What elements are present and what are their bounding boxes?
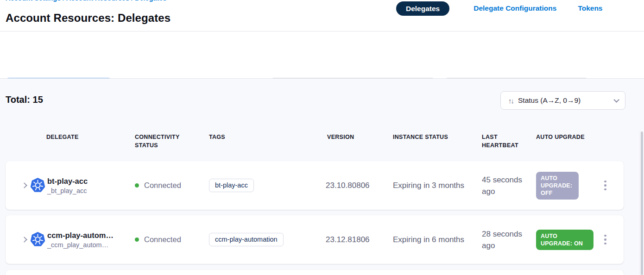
kubernetes-icon xyxy=(30,215,46,264)
delegate-name: ccm-play-autom… xyxy=(47,230,114,240)
scrollbar-thumb[interactable] xyxy=(641,131,643,275)
version-cell: 23.12.81806 xyxy=(326,215,370,264)
kebab-menu-button[interactable] xyxy=(601,232,609,248)
tab-delegates[interactable]: Delegates xyxy=(396,1,449,16)
tag-chip[interactable]: ccm-play-automation xyxy=(209,233,284,246)
delegate-name-cell[interactable]: ccm-play-autom… _ccm_play_autom… xyxy=(47,215,114,264)
table-row[interactable]: bt-play-acc _bt_play_acc Connected bt-pl… xyxy=(6,161,624,210)
chevron-right-icon xyxy=(21,182,27,188)
chevron-down-icon xyxy=(613,97,619,103)
kubernetes-icon xyxy=(30,161,46,210)
tab-delegate-configurations[interactable]: Delegate Configurations xyxy=(474,4,556,12)
delegate-name: bt-play-acc xyxy=(47,176,88,186)
column-header-instance-status: INSTANCE STATUS xyxy=(393,133,448,141)
row-menu-cell xyxy=(601,215,609,264)
table-row[interactable]: ccm-play-autom… _ccm_play_autom… Connect… xyxy=(6,215,624,264)
connectivity-status: Connected xyxy=(144,235,181,244)
last-heartbeat-cell: 28 seconds ago xyxy=(482,215,529,264)
last-heartbeat-value: 28 seconds ago xyxy=(482,228,529,251)
last-heartbeat-cell: 45 seconds ago xyxy=(482,161,529,210)
column-header-tags: TAGS xyxy=(209,133,225,141)
version-value: 23.10.80806 xyxy=(326,181,370,190)
tab-tokens[interactable]: Tokens xyxy=(578,4,602,12)
connected-status-dot xyxy=(135,238,139,242)
row-menu-cell xyxy=(601,161,609,210)
auto-upgrade-badge: AUTO UPGRADE: ON xyxy=(536,230,593,250)
version-cell: 23.10.80806 xyxy=(326,161,370,210)
instance-status-cell: Expiring in 6 months xyxy=(393,215,464,264)
sort-label: Status (A→Z, 0→9) xyxy=(518,96,609,105)
sort-dropdown[interactable]: ↑↓ Status (A→Z, 0→9) xyxy=(500,91,625,110)
tags-cell: ccm-play-automation xyxy=(209,215,284,264)
sort-arrows-icon: ↑↓ xyxy=(508,97,513,105)
breadcrumb[interactable]: Account Settings / Account Resources / D… xyxy=(6,0,200,2)
column-header-version: VERSION xyxy=(327,133,354,141)
column-header-connectivity-status: CONNECTIVITY STATUS xyxy=(135,133,196,150)
table-header: DELEGATE CONNECTIVITY STATUS TAGS VERSIO… xyxy=(0,133,644,151)
row-expander[interactable] xyxy=(22,161,26,210)
tags-cell: bt-play-acc xyxy=(209,161,254,210)
delegate-name-cell[interactable]: bt-play-acc _bt_play_acc xyxy=(47,161,88,210)
toolbar: + New Delegate No Filter Saved xyxy=(0,31,644,79)
page-title: Account Resources: Delegates xyxy=(6,12,170,25)
auto-upgrade-badge: AUTO UPGRADE: OFF xyxy=(536,172,579,200)
connectivity-cell: Connected xyxy=(135,215,181,264)
row-expander[interactable] xyxy=(22,215,26,264)
connected-status-dot xyxy=(135,183,139,188)
connectivity-cell: Connected xyxy=(135,161,181,210)
instance-status-value: Expiring in 3 months xyxy=(393,181,464,190)
total-count: Total: 15 xyxy=(6,94,43,105)
resource-tabs: Delegates Delegate Configurations Tokens xyxy=(396,1,603,16)
last-heartbeat-value: 45 seconds ago xyxy=(482,174,529,197)
version-value: 23.12.81806 xyxy=(326,235,370,244)
delegates-page: Account Settings / Account Resources / D… xyxy=(0,0,644,275)
delegate-identifier: _bt_play_acc xyxy=(47,186,88,195)
column-header-last-heartbeat: LAST HEARTBEAT xyxy=(482,133,533,150)
column-header-delegate: DELEGATE xyxy=(46,133,79,141)
chevron-right-icon xyxy=(21,237,27,243)
breadcrumb-text: Account Settings / Account Resources / D… xyxy=(6,0,200,2)
delegate-identifier: _ccm_play_autom… xyxy=(47,240,114,250)
auto-upgrade-cell: AUTO UPGRADE: OFF xyxy=(536,161,579,210)
instance-status-cell: Expiring in 3 months xyxy=(393,161,464,210)
tag-chip[interactable]: bt-play-acc xyxy=(209,179,254,192)
table-row-clipped[interactable] xyxy=(6,270,624,275)
connectivity-status: Connected xyxy=(144,181,181,190)
column-header-auto-upgrade: AUTO UPGRADE xyxy=(536,133,585,141)
kebab-menu-button[interactable] xyxy=(601,178,609,194)
auto-upgrade-cell: AUTO UPGRADE: ON xyxy=(536,215,593,264)
instance-status-value: Expiring in 6 months xyxy=(393,235,464,244)
